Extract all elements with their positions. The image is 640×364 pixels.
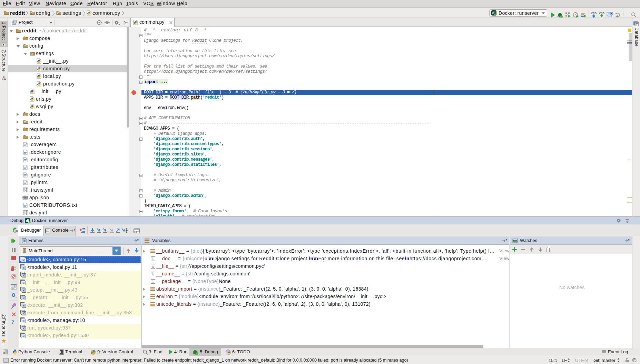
svg-text:VCS: VCS: [591, 12, 597, 15]
svg-text:01: 01: [152, 282, 154, 283]
svg-text:s: s: [23, 305, 24, 307]
svg-text:s: s: [23, 312, 24, 314]
svg-text:01: 01: [152, 259, 154, 261]
svg-text:s: s: [23, 297, 24, 299]
svg-text:s: s: [23, 282, 24, 284]
svg-text:JSON: JSON: [23, 197, 28, 199]
svg-text:s: s: [23, 320, 24, 322]
svg-text:s: s: [23, 267, 24, 269]
svg-text:s: s: [23, 327, 24, 330]
svg-text:s: s: [23, 335, 24, 337]
svg-text:s: s: [23, 290, 24, 292]
svg-text:s: s: [23, 259, 24, 261]
svg-text:01: 01: [152, 266, 154, 268]
svg-text:s: s: [23, 274, 24, 276]
svg-text:01: 01: [152, 274, 154, 276]
